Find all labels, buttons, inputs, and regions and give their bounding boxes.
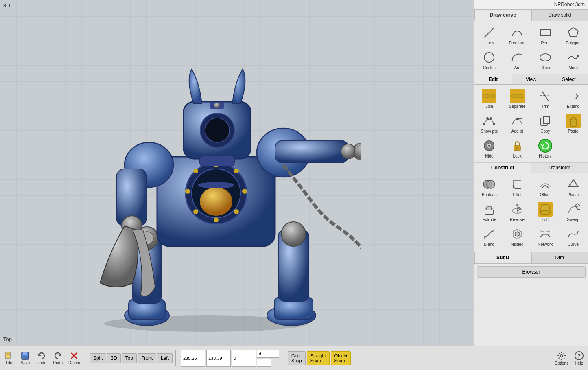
tool-network[interactable]: Network	[532, 225, 559, 248]
tool-fillet[interactable]: Fillet	[504, 175, 531, 199]
tool-lines[interactable]: Lines	[476, 24, 503, 47]
offset-label: Offset	[540, 193, 551, 197]
copy-label: Copy	[540, 129, 550, 134]
save-label: Save	[21, 361, 30, 365]
tab-construct[interactable]: Construct	[474, 163, 531, 173]
straight-snap-btn[interactable]: StraightSnap	[307, 351, 330, 365]
tool-more[interactable]: More	[560, 48, 586, 72]
coord-x-input[interactable]	[181, 350, 205, 367]
browser-button[interactable]: Browser	[477, 266, 586, 278]
tool-revolve[interactable]: Revolve	[504, 200, 531, 223]
tool-show-pts[interactable]: Show pts	[476, 112, 503, 135]
tool-blend[interactable]: Blend	[476, 225, 503, 248]
tool-boolean[interactable]: Boolean	[476, 175, 503, 199]
svg-point-41	[214, 103, 220, 108]
tool-rect[interactable]: Rect	[532, 24, 559, 47]
svg-point-20	[193, 209, 198, 214]
top-view-btn[interactable]: Top	[122, 353, 137, 363]
tool-extrude[interactable]: Extrude	[476, 200, 503, 223]
svg-rect-27	[275, 140, 348, 163]
edit-grid: Join Separate	[476, 87, 586, 160]
add-pt-icon	[510, 114, 525, 128]
coord-angle-input[interactable]	[257, 359, 271, 367]
tool-separate[interactable]: Separate	[504, 87, 531, 110]
tab-dim[interactable]: Dim	[531, 252, 588, 263]
polygon-label: Polygon	[566, 41, 581, 45]
blend-label: Blend	[484, 242, 495, 247]
extrude-icon	[482, 202, 496, 217]
tool-copy[interactable]: Copy	[532, 112, 559, 135]
coord-y-input[interactable]	[206, 350, 231, 367]
svg-rect-67	[543, 116, 550, 124]
tool-circles[interactable]: Circles	[476, 48, 503, 72]
3d-view-btn[interactable]: 3D	[107, 353, 120, 363]
delete-button[interactable]: Delete	[67, 350, 82, 366]
tool-trim[interactable]: Trim	[532, 87, 559, 110]
front-view-btn[interactable]: Front	[138, 353, 156, 363]
svg-point-86	[540, 210, 550, 215]
tool-sweep[interactable]: Sweep	[560, 200, 586, 223]
tool-join[interactable]: Join	[476, 87, 503, 110]
snap-buttons: GridSnap StraightSnap ObjectSnap	[288, 351, 351, 365]
rect-icon	[538, 25, 553, 40]
coord-z-input[interactable]	[232, 350, 256, 367]
tab-draw-curve[interactable]: Draw curve	[474, 9, 531, 21]
save-button[interactable]: Save	[18, 350, 33, 366]
fillet-icon	[510, 177, 525, 192]
svg-point-18	[234, 209, 239, 214]
svg-rect-81	[487, 207, 492, 210]
tool-offset[interactable]: Offset	[532, 175, 559, 199]
lines-icon	[482, 25, 496, 40]
loft-icon	[538, 202, 553, 217]
tab-view[interactable]: View	[512, 74, 550, 84]
split-view-btn[interactable]: Split	[90, 353, 106, 363]
viewport-label: 3D	[3, 2, 10, 9]
more-icon	[566, 50, 581, 65]
tool-planar[interactable]: Planar	[560, 175, 586, 199]
svg-point-17	[242, 189, 247, 194]
tool-ellipse[interactable]: Ellipse	[532, 48, 559, 72]
history-label: History	[539, 154, 551, 158]
right-panel: NPRobot.3dm Draw curve Draw solid Lines	[474, 0, 588, 346]
tab-edit[interactable]: Edit	[474, 74, 512, 84]
tool-history[interactable]: History	[532, 137, 559, 160]
tool-lock[interactable]: Lock	[504, 137, 531, 160]
options-button[interactable]: Options	[553, 350, 570, 366]
tab-transform[interactable]: Transform	[531, 163, 588, 173]
tool-arc[interactable]: Arc	[504, 48, 531, 72]
tab-subd[interactable]: SubD	[474, 252, 531, 263]
tool-paste[interactable]: Paste	[560, 112, 586, 135]
redo-button[interactable]: Redo	[50, 350, 65, 366]
arc-label: Arc	[514, 66, 520, 70]
freeform-label: Freeform	[509, 41, 526, 45]
delete-label: Delete	[68, 361, 80, 365]
file-label: File	[6, 361, 12, 365]
tool-polygon[interactable]: Polygon	[560, 24, 586, 47]
draw-curve-grid: Lines Freeform Rect	[476, 24, 586, 72]
tool-hide[interactable]: Hide	[476, 137, 503, 160]
grid-snap-btn[interactable]: GridSnap	[288, 351, 306, 365]
tool-nsided[interactable]: Nsided	[504, 225, 531, 248]
file-button[interactable]: File	[2, 350, 16, 366]
tool-loft[interactable]: Loft	[532, 200, 559, 223]
svg-point-75	[539, 139, 552, 152]
object-snap-btn[interactable]: ObjectSnap	[331, 351, 351, 365]
svg-rect-69	[571, 118, 575, 120]
tab-select[interactable]: Select	[550, 74, 588, 84]
left-view-btn[interactable]: Left	[157, 353, 173, 363]
undo-button[interactable]: Undo	[34, 350, 49, 366]
svg-point-13	[200, 187, 232, 216]
tool-add-pt[interactable]: Add pt	[504, 112, 531, 135]
lock-icon	[510, 138, 525, 153]
tool-extend[interactable]: Extend	[560, 87, 586, 110]
viewport-3d[interactable]: 3D	[0, 0, 474, 346]
redo-label: Redo	[53, 361, 63, 365]
construct-tab-group: Construct Transform	[474, 163, 588, 173]
help-button[interactable]: ? Help	[572, 350, 586, 366]
circles-icon	[482, 50, 496, 65]
tab-draw-solid[interactable]: Draw solid	[531, 9, 588, 21]
tool-freeform[interactable]: Freeform	[504, 24, 531, 47]
coord-d-input[interactable]	[257, 350, 279, 358]
svg-marker-78	[568, 180, 578, 187]
tool-curve[interactable]: Curve	[560, 225, 586, 248]
